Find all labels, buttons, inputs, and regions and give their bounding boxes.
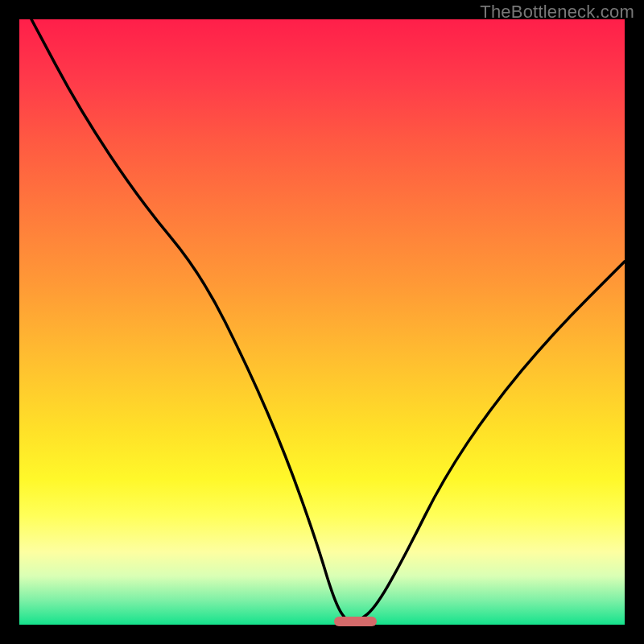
chart-frame: TheBottleneck.com: [0, 0, 644, 644]
plot-area: [19, 19, 625, 625]
bottleneck-curve: [19, 19, 625, 625]
curve-path: [31, 19, 625, 621]
minimum-marker: [334, 617, 377, 626]
